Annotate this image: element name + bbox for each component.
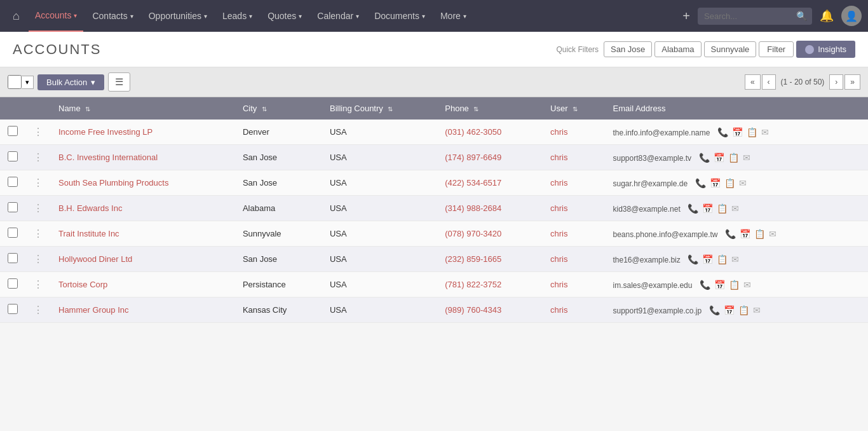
- row-checkbox[interactable]: [8, 278, 18, 289]
- calendar-icon[interactable]: 📅: [724, 305, 735, 315]
- nav-item-contacts[interactable]: Contacts ▾: [86, 0, 139, 32]
- add-new-icon[interactable]: +: [677, 9, 695, 24]
- phone-link[interactable]: (232) 859-1665: [445, 254, 501, 264]
- filter-tag-alabama[interactable]: Alabama: [654, 41, 701, 57]
- row-menu-icon[interactable]: ⋮: [33, 304, 43, 315]
- select-all-dropdown[interactable]: ▾: [22, 76, 34, 89]
- call-icon[interactable]: 📞: [717, 127, 728, 137]
- first-page-button[interactable]: «: [745, 74, 761, 90]
- phone-link[interactable]: (314) 988-2684: [445, 203, 501, 213]
- account-name-link[interactable]: Hammer Group Inc: [58, 305, 129, 315]
- nav-item-quotes[interactable]: Quotes ▾: [261, 0, 308, 32]
- notes-icon[interactable]: 📋: [717, 203, 728, 214]
- nav-item-accounts[interactable]: Accounts ▾: [29, 0, 84, 32]
- list-view-button[interactable]: ☰: [108, 72, 130, 92]
- row-menu-icon[interactable]: ⋮: [33, 203, 43, 214]
- insights-button[interactable]: Insights: [796, 41, 855, 58]
- th-name[interactable]: Name ⇅: [51, 97, 235, 120]
- row-menu-icon[interactable]: ⋮: [33, 127, 43, 137]
- user-link[interactable]: chris: [550, 178, 567, 188]
- notes-icon[interactable]: 📋: [729, 280, 740, 290]
- notes-icon[interactable]: 📋: [724, 178, 735, 188]
- user-link[interactable]: chris: [550, 229, 567, 238]
- email-icon[interactable]: ✉: [743, 280, 751, 290]
- row-checkbox[interactable]: [8, 202, 18, 212]
- calendar-icon[interactable]: 📅: [702, 254, 713, 264]
- calendar-icon[interactable]: 📅: [714, 153, 724, 163]
- email-icon[interactable]: ✉: [731, 254, 739, 264]
- nav-item-more[interactable]: More ▾: [434, 0, 473, 32]
- user-link[interactable]: chris: [550, 280, 567, 289]
- search-input[interactable]: [698, 8, 812, 25]
- select-all-checkbox[interactable]: [8, 75, 22, 89]
- email-icon[interactable]: ✉: [753, 305, 761, 315]
- account-name-link[interactable]: B.H. Edwards Inc: [58, 203, 122, 213]
- phone-link[interactable]: (422) 534-6517: [445, 178, 501, 188]
- notifications-icon[interactable]: 🔔: [815, 9, 839, 23]
- account-name-link[interactable]: Hollywood Diner Ltd: [58, 254, 132, 264]
- prev-page-button[interactable]: ‹: [762, 74, 776, 90]
- account-name-link[interactable]: Trait Institute Inc: [58, 229, 119, 238]
- th-city[interactable]: City ⇅: [235, 97, 322, 120]
- next-page-button[interactable]: ›: [829, 74, 843, 90]
- nav-item-calendar[interactable]: Calendar ▾: [311, 0, 365, 32]
- filter-button[interactable]: Filter: [759, 41, 794, 57]
- row-checkbox[interactable]: [8, 177, 18, 187]
- calendar-icon[interactable]: 📅: [714, 280, 725, 290]
- call-icon[interactable]: 📞: [695, 178, 706, 188]
- search-icon[interactable]: 🔍: [796, 11, 807, 21]
- phone-link[interactable]: (174) 897-6649: [445, 153, 501, 162]
- email-icon[interactable]: ✉: [731, 203, 739, 214]
- phone-link[interactable]: (078) 970-3420: [445, 229, 501, 238]
- row-checkbox[interactable]: [8, 228, 18, 238]
- call-icon[interactable]: 📞: [699, 153, 710, 163]
- home-icon[interactable]: ⌂: [6, 10, 26, 23]
- bulk-action-button[interactable]: Bulk Action ▾: [37, 74, 104, 90]
- notes-icon[interactable]: 📋: [717, 254, 728, 264]
- call-icon[interactable]: 📞: [700, 280, 710, 290]
- user-link[interactable]: chris: [550, 203, 567, 213]
- account-name-link[interactable]: Tortoise Corp: [58, 280, 107, 289]
- row-menu-icon[interactable]: ⋮: [33, 177, 43, 188]
- phone-link[interactable]: (031) 462-3050: [445, 127, 501, 137]
- phone-link[interactable]: (989) 760-4343: [445, 305, 501, 315]
- account-name-link[interactable]: B.C. Investing International: [58, 153, 158, 162]
- calendar-icon[interactable]: 📅: [702, 203, 713, 214]
- nav-item-documents[interactable]: Documents ▾: [368, 0, 431, 32]
- nav-item-opportunities[interactable]: Opportunities ▾: [142, 0, 214, 32]
- user-link[interactable]: chris: [550, 127, 567, 137]
- email-icon[interactable]: ✉: [761, 127, 769, 137]
- email-icon[interactable]: ✉: [739, 178, 747, 188]
- row-menu-icon[interactable]: ⋮: [33, 254, 43, 264]
- th-phone[interactable]: Phone ⇅: [437, 97, 543, 120]
- email-icon[interactable]: ✉: [769, 229, 776, 239]
- notes-icon[interactable]: 📋: [728, 153, 739, 163]
- th-billing-country[interactable]: Billing Country ⇅: [322, 97, 437, 120]
- filter-tag-sunnyvale[interactable]: Sunnyvale: [704, 41, 757, 57]
- row-checkbox[interactable]: [8, 253, 18, 263]
- notes-icon[interactable]: 📋: [738, 305, 749, 315]
- avatar[interactable]: 👤: [841, 6, 862, 26]
- account-name-link[interactable]: Income Free Investing LP: [58, 127, 153, 137]
- phone-link[interactable]: (781) 822-3752: [445, 280, 501, 289]
- call-icon[interactable]: 📞: [688, 203, 698, 214]
- email-icon[interactable]: ✉: [743, 153, 750, 163]
- row-checkbox[interactable]: [8, 126, 18, 136]
- user-link[interactable]: chris: [550, 305, 567, 315]
- call-icon[interactable]: 📞: [709, 305, 720, 315]
- row-checkbox[interactable]: [8, 304, 18, 314]
- calendar-icon[interactable]: 📅: [710, 178, 721, 188]
- row-menu-icon[interactable]: ⋮: [33, 152, 43, 163]
- nav-item-leads[interactable]: Leads ▾: [216, 0, 259, 32]
- row-checkbox[interactable]: [8, 151, 18, 161]
- user-link[interactable]: chris: [550, 254, 567, 264]
- call-icon[interactable]: 📞: [688, 254, 698, 264]
- th-user[interactable]: User ⇅: [543, 97, 605, 120]
- calendar-icon[interactable]: 📅: [740, 229, 750, 239]
- user-link[interactable]: chris: [550, 153, 567, 162]
- call-icon[interactable]: 📞: [725, 229, 736, 239]
- notes-icon[interactable]: 📋: [754, 229, 765, 239]
- row-menu-icon[interactable]: ⋮: [33, 279, 43, 290]
- notes-icon[interactable]: 📋: [747, 127, 757, 137]
- calendar-icon[interactable]: 📅: [732, 127, 743, 137]
